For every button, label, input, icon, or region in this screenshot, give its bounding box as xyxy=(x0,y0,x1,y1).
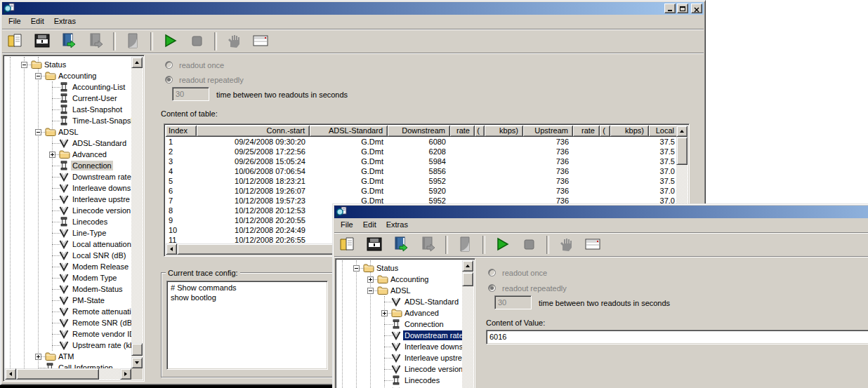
tree-item[interactable]: Status xyxy=(337,262,462,274)
tree-item[interactable]: Advanced xyxy=(337,307,462,319)
tree-item[interactable]: Modem Type xyxy=(5,272,131,283)
tree-expand-toggle[interactable] xyxy=(367,288,374,294)
tree-item[interactable]: PM-State xyxy=(5,295,131,306)
save-button[interactable] xyxy=(364,235,385,255)
tree-item[interactable]: Status xyxy=(5,59,131,70)
tree-item[interactable]: Accounting xyxy=(5,70,131,81)
tree-item[interactable]: Upstream rate (kb xyxy=(5,340,131,351)
tree-item[interactable]: Advanced xyxy=(5,149,131,160)
menu-extras[interactable]: Extras xyxy=(49,17,81,27)
tree-item[interactable]: Linecode version xyxy=(337,363,462,375)
table-header-cell[interactable]: Local xyxy=(649,126,679,137)
tree-item[interactable]: Call-Information xyxy=(5,362,131,368)
tree-item[interactable]: Linecodes xyxy=(337,375,462,386)
vscroll-thumb[interactable] xyxy=(676,137,688,165)
table-header-cell[interactable]: Downstream xyxy=(388,126,450,137)
tree-item[interactable]: Linecodes xyxy=(5,216,131,227)
save-button[interactable] xyxy=(32,32,53,51)
title-bar[interactable] xyxy=(2,2,704,15)
table-header-cell[interactable]: Conn.-start xyxy=(197,126,310,137)
menu-edit[interactable]: Edit xyxy=(26,17,49,27)
tree-expand-toggle[interactable] xyxy=(381,310,388,316)
tree-item[interactable]: Remote attenuati xyxy=(5,306,131,317)
tree-item[interactable]: ATM xyxy=(5,351,131,362)
tree-expand-toggle[interactable] xyxy=(49,152,55,158)
tree-item[interactable]: Downstream rate xyxy=(337,330,462,341)
scroll-left-button[interactable] xyxy=(5,368,16,380)
vscroll-thumb[interactable] xyxy=(462,272,473,286)
table-header-cell[interactable]: ADSL-Standard xyxy=(310,126,388,137)
tree-item[interactable]: Remote SNR (dB) xyxy=(5,317,131,328)
table-header-cell[interactable]: rate xyxy=(573,126,600,137)
table-row[interactable]: 309/26/2008 15:05:24G.Dmt598473637.5 xyxy=(166,156,679,166)
table-header-cell[interactable]: Upstream xyxy=(523,126,573,137)
value-input[interactable]: 6016 xyxy=(486,330,868,344)
table-row[interactable]: 610/12/2008 19:26:07G.Dmt592073637.0 xyxy=(166,186,679,196)
hscroll-thumb[interactable] xyxy=(16,368,99,380)
tree-item[interactable]: Interleave upstre xyxy=(337,352,462,363)
tree-item[interactable]: Accounting-List xyxy=(5,81,131,93)
open-book-button[interactable] xyxy=(390,235,412,255)
tree-expand-toggle[interactable] xyxy=(353,265,360,272)
trace-config-text[interactable]: # Show commands show bootlog xyxy=(166,281,328,370)
minimize-button[interactable] xyxy=(664,4,676,13)
tree-item[interactable]: Line-Type xyxy=(5,227,131,239)
table-row[interactable]: 410/06/2008 07:06:54G.Dmt585673637.0 xyxy=(166,166,679,176)
vscroll-thumb[interactable] xyxy=(131,343,143,356)
tree-item[interactable]: Current-User xyxy=(5,93,131,104)
table-row[interactable]: 109/24/2008 09:30:20G.Dmt608073637.5 xyxy=(166,137,679,147)
tree-expand-toggle[interactable] xyxy=(35,129,41,135)
table-header-cell[interactable]: rate xyxy=(450,126,475,137)
tree-item[interactable]: Interleave downs xyxy=(337,341,462,352)
tree-item[interactable]: Interleave downs xyxy=(5,182,131,194)
tree-item[interactable]: ADSL-Standard xyxy=(337,296,462,307)
scroll-up-button[interactable] xyxy=(131,57,143,68)
scroll-up-button[interactable] xyxy=(462,260,473,272)
menu-extras[interactable]: Extras xyxy=(381,220,413,230)
tree-item[interactable]: Local SNR (dB) xyxy=(5,250,131,261)
scroll-down-button[interactable] xyxy=(131,357,143,368)
start-button[interactable] xyxy=(492,235,513,255)
tree-expand-toggle[interactable] xyxy=(367,276,374,283)
table-header-cell[interactable]: ( xyxy=(475,126,485,137)
tree-item[interactable]: Last-Snapshot xyxy=(5,104,131,115)
scroll-left-button[interactable] xyxy=(166,243,177,255)
tree-item[interactable]: Connection xyxy=(5,160,131,171)
tree-item[interactable]: ADSL xyxy=(337,285,462,296)
title-bar[interactable] xyxy=(334,206,868,218)
tree-item[interactable]: Remote vendor ID xyxy=(5,328,131,340)
tree-item[interactable]: ADSL-Standard xyxy=(5,138,131,149)
maximize-button[interactable] xyxy=(677,4,688,13)
table-row[interactable]: 209/25/2008 17:22:56G.Dmt620873637.5 xyxy=(166,147,679,156)
new-file-button[interactable] xyxy=(5,32,26,51)
menu-edit[interactable]: Edit xyxy=(358,220,381,230)
open-book-button[interactable] xyxy=(58,32,79,51)
tree-item[interactable]: Modem-Status xyxy=(5,283,131,295)
tree-expand-toggle[interactable] xyxy=(21,62,27,68)
window-button[interactable] xyxy=(250,32,271,51)
tree-item[interactable]: Local attenuation xyxy=(5,239,131,250)
tree-item[interactable]: Downstream rate xyxy=(5,171,131,182)
close-button[interactable] xyxy=(691,4,702,13)
new-file-button[interactable] xyxy=(337,235,358,255)
tree-vscrollbar[interactable] xyxy=(131,57,143,368)
table-header-cell[interactable]: ( xyxy=(600,126,610,137)
scroll-up-button[interactable] xyxy=(676,126,688,137)
scroll-right-button[interactable] xyxy=(120,368,131,380)
table-header-cell[interactable]: kbps) xyxy=(485,126,523,137)
tree-item[interactable]: Linecode version xyxy=(5,205,131,216)
tree-expand-toggle[interactable] xyxy=(35,73,41,79)
start-button[interactable] xyxy=(159,32,180,51)
tree-item[interactable]: Accounting xyxy=(337,274,462,285)
menu-file[interactable]: File xyxy=(336,220,358,230)
tree-item[interactable]: Connection xyxy=(337,319,462,330)
table-header-cell[interactable]: Index xyxy=(166,126,197,137)
tree-item[interactable]: Modem Release xyxy=(5,261,131,272)
table-header-cell[interactable]: kbps) xyxy=(610,126,649,137)
tree-item[interactable]: ADSL xyxy=(5,126,131,138)
window-button[interactable] xyxy=(582,235,603,255)
menu-file[interactable]: File xyxy=(4,17,26,27)
table-row[interactable]: 510/12/2008 18:23:21G.Dmt595273637.5 xyxy=(166,176,679,186)
tree-expand-toggle[interactable] xyxy=(35,354,41,360)
tree-item[interactable]: Time-Last-Snapsh xyxy=(5,115,131,126)
